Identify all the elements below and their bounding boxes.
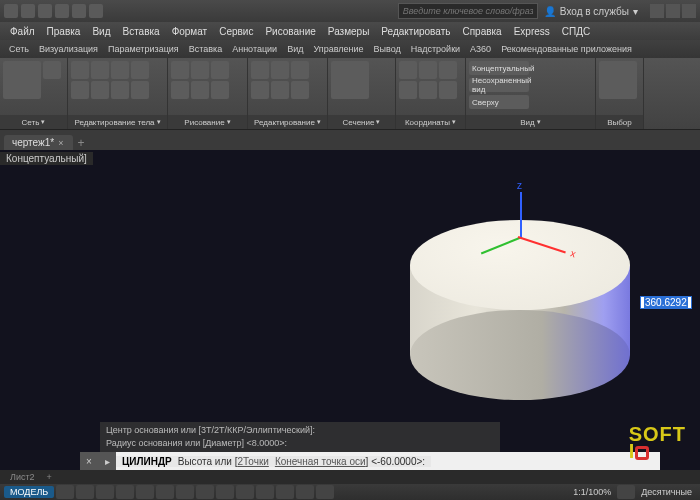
arc-icon[interactable] xyxy=(211,61,229,79)
tab-manage[interactable]: Управление xyxy=(308,44,368,54)
menu-spds[interactable]: СПДС xyxy=(556,26,596,37)
gizmo-toggle-icon[interactable] xyxy=(296,485,314,499)
save-icon[interactable] xyxy=(55,4,69,18)
cmd-option[interactable]: Конечная точка оси xyxy=(275,456,366,467)
scale-display[interactable]: 1:1/100% xyxy=(569,487,615,497)
maximize-icon[interactable] xyxy=(666,4,680,18)
cycling-toggle-icon[interactable] xyxy=(216,485,234,499)
command-line[interactable]: × ▸ ЦИЛИНДР Высота или [2Точки Конечная … xyxy=(80,452,660,470)
select-button[interactable] xyxy=(599,61,637,99)
polar-toggle-icon[interactable] xyxy=(116,485,134,499)
scale-icon[interactable] xyxy=(291,81,309,99)
anno-vis-icon[interactable] xyxy=(316,485,334,499)
menu-service[interactable]: Сервис xyxy=(213,26,259,37)
trim-icon[interactable] xyxy=(291,61,309,79)
copy-icon[interactable] xyxy=(251,81,269,99)
layout-tab[interactable]: Лист2 xyxy=(4,472,41,482)
close-tab-icon[interactable]: × xyxy=(58,138,63,148)
ortho-toggle-icon[interactable] xyxy=(96,485,114,499)
command-prompt[interactable]: ЦИЛИНДР Высота или [2Точки Конечная точк… xyxy=(116,456,431,467)
tool-icon[interactable] xyxy=(91,81,109,99)
cmdline-menu-icon[interactable]: ▸ xyxy=(98,452,116,470)
tool-icon[interactable] xyxy=(43,61,61,79)
menu-insert[interactable]: Вставка xyxy=(116,26,165,37)
3dosnap-toggle-icon[interactable] xyxy=(236,485,254,499)
grid-toggle-icon[interactable] xyxy=(56,485,74,499)
ucs-icon[interactable] xyxy=(399,61,417,79)
polyline-icon[interactable] xyxy=(191,81,209,99)
close-icon[interactable] xyxy=(682,4,696,18)
menu-draw[interactable]: Рисование xyxy=(259,26,321,37)
spline-icon[interactable] xyxy=(211,81,229,99)
unsaved-view-dropdown[interactable]: Несохраненный вид xyxy=(469,78,529,92)
minimize-icon[interactable] xyxy=(650,4,664,18)
tool-icon[interactable] xyxy=(111,81,129,99)
snap-toggle-icon[interactable] xyxy=(76,485,94,499)
menu-express[interactable]: Express xyxy=(508,26,556,37)
view-top-dropdown[interactable]: Сверху xyxy=(469,95,529,109)
line-icon[interactable] xyxy=(171,61,189,79)
tab-addins[interactable]: Надстройки xyxy=(406,44,465,54)
rect-icon[interactable] xyxy=(171,81,189,99)
menu-format[interactable]: Формат xyxy=(166,26,214,37)
new-drawing-tab-icon[interactable]: + xyxy=(77,136,84,150)
menu-file[interactable]: Файл xyxy=(4,26,41,37)
circle-icon[interactable] xyxy=(191,61,209,79)
menu-edit[interactable]: Правка xyxy=(41,26,87,37)
tab-insert[interactable]: Вставка xyxy=(184,44,227,54)
tool-icon[interactable] xyxy=(131,81,149,99)
close-cmdline-icon[interactable]: × xyxy=(80,452,98,470)
tool-icon[interactable] xyxy=(131,61,149,79)
cmd-option[interactable]: 2Точки xyxy=(237,456,268,467)
tab-parametric[interactable]: Параметризация xyxy=(103,44,184,54)
gear-icon[interactable] xyxy=(617,485,635,499)
help-search-input[interactable] xyxy=(398,3,538,19)
layout-add-icon[interactable]: + xyxy=(41,472,58,482)
menu-dimensions[interactable]: Размеры xyxy=(322,26,376,37)
move-icon[interactable] xyxy=(251,61,269,79)
dynucs-toggle-icon[interactable] xyxy=(256,485,274,499)
model-space-button[interactable]: МОДЕЛЬ xyxy=(4,486,54,498)
section-plane-button[interactable] xyxy=(331,61,369,99)
tab-output[interactable]: Вывод xyxy=(369,44,406,54)
app-menu-icon[interactable] xyxy=(4,4,18,18)
transparency-toggle-icon[interactable] xyxy=(196,485,214,499)
menu-view[interactable]: Вид xyxy=(86,26,116,37)
otrack-toggle-icon[interactable] xyxy=(156,485,174,499)
tab-a360[interactable]: A360 xyxy=(465,44,496,54)
ucs-icon[interactable] xyxy=(399,81,417,99)
tab-annotate[interactable]: Аннотации xyxy=(227,44,282,54)
tool-icon[interactable] xyxy=(71,61,89,79)
tab-view[interactable]: Вид xyxy=(282,44,308,54)
cylinder-bottom-face[interactable] xyxy=(410,310,630,400)
chevron-down-icon: ▾ xyxy=(633,6,638,17)
tool-icon[interactable] xyxy=(91,61,109,79)
visual-style-dropdown[interactable]: Концептуальный xyxy=(469,61,529,75)
filter-toggle-icon[interactable] xyxy=(276,485,294,499)
drawing-tab[interactable]: чертеж1* × xyxy=(4,135,73,150)
ucs-icon[interactable] xyxy=(439,61,457,79)
mirror-icon[interactable] xyxy=(271,81,289,99)
lineweight-toggle-icon[interactable] xyxy=(176,485,194,499)
rotate-icon[interactable] xyxy=(271,61,289,79)
tab-visualize[interactable]: Визуализация xyxy=(34,44,103,54)
redo-icon[interactable] xyxy=(89,4,103,18)
open-icon[interactable] xyxy=(38,4,52,18)
viewport-label[interactable]: Концептуальный] xyxy=(0,152,93,165)
dynamic-input[interactable]: 360.6292 xyxy=(640,296,692,309)
osnap-toggle-icon[interactable] xyxy=(136,485,154,499)
tool-icon[interactable] xyxy=(111,61,129,79)
menu-modify[interactable]: Редактировать xyxy=(375,26,456,37)
tool-icon[interactable] xyxy=(71,81,89,99)
new-icon[interactable] xyxy=(21,4,35,18)
ucs-icon[interactable] xyxy=(419,81,437,99)
menu-help[interactable]: Справка xyxy=(456,26,507,37)
ucs-icon[interactable] xyxy=(419,61,437,79)
smooth-object-button[interactable] xyxy=(3,61,41,99)
ucs-icon[interactable] xyxy=(439,81,457,99)
sign-in-button[interactable]: 👤 Вход в службы ▾ xyxy=(544,6,638,17)
undo-icon[interactable] xyxy=(72,4,86,18)
units-display[interactable]: Десятичные xyxy=(637,487,696,497)
tab-featured[interactable]: Рекомендованные приложения xyxy=(496,44,637,54)
tab-mesh[interactable]: Сеть xyxy=(4,44,34,54)
